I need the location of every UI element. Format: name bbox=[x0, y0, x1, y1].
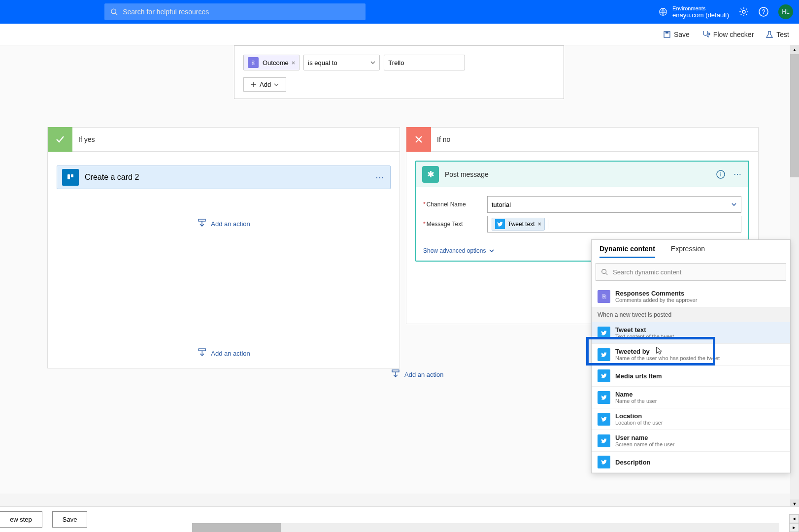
scroll-right-icon[interactable]: ► bbox=[789, 523, 799, 532]
gear-icon[interactable] bbox=[739, 7, 749, 17]
plus-icon bbox=[251, 82, 257, 88]
svg-point-0 bbox=[111, 9, 116, 14]
more-icon[interactable]: ⋯ bbox=[733, 169, 742, 179]
dynamic-search[interactable]: Search dynamic content bbox=[596, 263, 786, 281]
footer: ew step Save ◄► bbox=[0, 506, 799, 532]
flask-icon bbox=[766, 31, 773, 38]
stethoscope-icon bbox=[701, 30, 710, 39]
help-icon[interactable]: ? bbox=[759, 7, 768, 17]
twitter-icon bbox=[598, 413, 610, 426]
chevron-down-icon bbox=[370, 60, 375, 65]
dynamic-content-panel: Dynamic content Expression Search dynami… bbox=[591, 239, 791, 473]
show-advanced-link[interactable]: Show advanced options bbox=[423, 247, 495, 254]
dyn-item-responses-comments[interactable]: ⎘ Responses CommentsComments added by th… bbox=[592, 286, 790, 307]
horizontal-scrollbar[interactable] bbox=[192, 523, 779, 532]
test-button[interactable]: Test bbox=[766, 31, 789, 38]
channel-input[interactable]: tutorial bbox=[487, 196, 741, 213]
approvals-icon: ⎘ bbox=[598, 290, 610, 303]
svg-line-20 bbox=[606, 273, 608, 275]
channel-label: Channel Name bbox=[423, 201, 487, 208]
add-condition-button[interactable]: Add bbox=[243, 77, 286, 92]
svg-rect-13 bbox=[199, 219, 205, 221]
flow-checker-button[interactable]: Flow checker bbox=[701, 30, 754, 39]
message-input[interactable]: Tweet text × bbox=[487, 216, 741, 233]
dyn-item-name[interactable]: NameName of the user bbox=[592, 387, 790, 408]
svg-point-2 bbox=[660, 8, 666, 15]
save-button-footer[interactable]: Save bbox=[52, 511, 88, 528]
trello-icon bbox=[62, 169, 79, 186]
if-no-header[interactable]: If no bbox=[406, 127, 759, 152]
scroll-thumb[interactable] bbox=[790, 54, 799, 177]
svg-text:?: ? bbox=[762, 8, 766, 15]
svg-rect-14 bbox=[199, 349, 205, 351]
twitter-icon bbox=[495, 219, 505, 229]
twitter-icon bbox=[598, 348, 610, 361]
save-button[interactable]: Save bbox=[663, 31, 690, 38]
dyn-item-tweet-text[interactable]: Tweet textText content of the tweet bbox=[592, 322, 790, 344]
info-icon[interactable]: i bbox=[716, 169, 726, 179]
dyn-item-description[interactable]: Description bbox=[592, 452, 790, 473]
add-action-between[interactable]: Add an action bbox=[391, 369, 444, 379]
search-icon bbox=[110, 8, 118, 16]
condition-operator[interactable]: is equal to bbox=[303, 55, 380, 70]
scroll-thumb[interactable] bbox=[192, 523, 281, 532]
command-bar: Save Flow checker Test bbox=[0, 24, 799, 45]
env-name: enayu.com (default) bbox=[672, 11, 729, 19]
dyn-item-user-name[interactable]: User nameScreen name of the user bbox=[592, 430, 790, 452]
scroll-left-icon[interactable]: ◄ bbox=[789, 514, 799, 523]
svg-line-1 bbox=[115, 13, 117, 15]
tweet-text-token[interactable]: Tweet text × bbox=[492, 218, 545, 231]
create-card-action[interactable]: Create a card 2 ⋯ bbox=[57, 166, 391, 189]
insert-step-icon bbox=[391, 369, 400, 379]
svg-point-19 bbox=[602, 269, 606, 274]
search-icon bbox=[601, 268, 608, 275]
tab-expression[interactable]: Expression bbox=[671, 245, 705, 258]
dyn-item-media-urls[interactable]: Media urls Item bbox=[592, 366, 790, 387]
tab-dynamic-content[interactable]: Dynamic content bbox=[599, 245, 655, 258]
remove-token-icon[interactable]: × bbox=[538, 221, 541, 228]
condition-value[interactable]: Trello bbox=[384, 55, 465, 70]
dyn-item-tweeted-by[interactable]: Tweeted byName of the user who has poste… bbox=[592, 344, 790, 366]
action-title: Post message bbox=[445, 170, 489, 178]
svg-point-8 bbox=[708, 33, 710, 35]
chevron-down-icon bbox=[274, 82, 279, 87]
cursor-icon bbox=[655, 346, 664, 355]
avatar[interactable]: HL bbox=[778, 4, 793, 19]
chevron-down-icon bbox=[489, 248, 495, 254]
message-label: Message Text bbox=[423, 221, 487, 228]
svg-rect-11 bbox=[67, 174, 70, 179]
slack-icon: ✱ bbox=[422, 166, 439, 183]
approvals-icon: ⎘ bbox=[248, 57, 259, 68]
search-box[interactable] bbox=[104, 3, 366, 20]
action-title: Create a card 2 bbox=[85, 173, 139, 182]
twitter-icon bbox=[598, 327, 610, 339]
vertical-scrollbar[interactable]: ▲ ▼ bbox=[790, 45, 799, 508]
search-input[interactable] bbox=[123, 8, 360, 16]
svg-rect-7 bbox=[666, 32, 668, 33]
svg-rect-12 bbox=[71, 174, 73, 177]
chevron-down-icon bbox=[731, 201, 737, 207]
twitter-icon bbox=[598, 434, 610, 447]
close-icon bbox=[406, 127, 431, 152]
if-yes-branch: If yes Create a card 2 ⋯ Add an action A… bbox=[47, 127, 400, 368]
if-yes-header[interactable]: If yes bbox=[47, 127, 400, 152]
remove-token-icon[interactable]: × bbox=[292, 59, 296, 66]
twitter-icon bbox=[598, 369, 610, 382]
condition-card[interactable]: ⎘ Outcome × is equal to Trello Add bbox=[234, 45, 564, 99]
env-label: Environments bbox=[672, 5, 729, 11]
insert-step-icon bbox=[197, 219, 207, 229]
more-icon[interactable]: ⋯ bbox=[375, 172, 385, 183]
app-header: Environments enayu.com (default) ? HL bbox=[0, 0, 799, 24]
save-icon bbox=[663, 31, 671, 38]
add-action-yes-bottom[interactable]: Add an action bbox=[197, 348, 250, 358]
scroll-up-icon[interactable]: ▲ bbox=[790, 45, 799, 54]
svg-point-3 bbox=[742, 10, 745, 13]
twitter-icon bbox=[598, 456, 610, 468]
dyn-item-location[interactable]: LocationLocation of the user bbox=[592, 408, 790, 430]
add-action-yes[interactable]: Add an action bbox=[57, 219, 391, 229]
environment-picker[interactable]: Environments enayu.com (default) bbox=[659, 5, 729, 19]
twitter-icon bbox=[598, 391, 610, 404]
dyn-group-header: When a new tweet is posted bbox=[592, 307, 790, 322]
condition-left-token[interactable]: ⎘ Outcome × bbox=[243, 55, 300, 70]
new-step-button[interactable]: ew step bbox=[0, 511, 42, 528]
